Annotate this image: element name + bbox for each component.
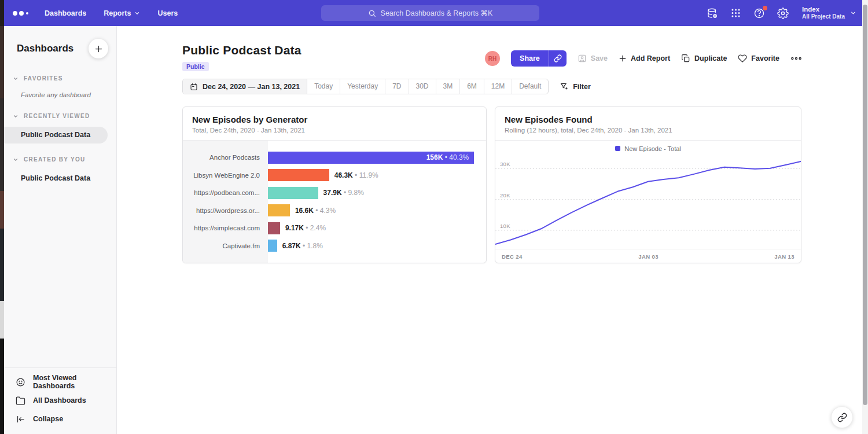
collapse-icon xyxy=(16,414,25,424)
chevron-down-icon xyxy=(134,10,140,16)
bar-segment[interactable] xyxy=(268,169,329,181)
sidebar-item-public-podcast-data[interactable]: Public Podcast Data xyxy=(4,170,116,187)
date-preset-yesterday[interactable]: Yesterday xyxy=(340,79,385,94)
y-tick-label: 10K xyxy=(500,223,510,229)
bar-track: 6.87K • 1.8% xyxy=(268,240,486,252)
most-viewed-dashboards-button[interactable]: Most Viewed Dashboards xyxy=(4,373,116,391)
favorites-empty-note: Favorite any dashboard xyxy=(4,91,116,98)
footer-item-label: Collapse xyxy=(33,415,63,423)
bar-value-label: 37.9K • 9.8% xyxy=(323,189,364,197)
date-preset-6m[interactable]: 6M xyxy=(460,79,484,94)
x-tick-label: JAN 13 xyxy=(774,253,795,260)
share-link-floating-button[interactable] xyxy=(831,406,853,428)
bar-category-label: Anchor Podcasts xyxy=(183,154,268,161)
project-name: Index xyxy=(802,6,845,13)
nav-item-users[interactable]: Users xyxy=(157,9,178,17)
section-created-by-you[interactable]: CREATED BY YOU xyxy=(4,156,116,163)
filter-label: Filter xyxy=(573,83,591,91)
search-input[interactable]: Search Dashboards & Reports ⌘K xyxy=(321,5,539,21)
report-card-new-episodes-found[interactable]: New Episodes Found Rolling (12 hours), t… xyxy=(495,106,801,263)
bar-segment[interactable] xyxy=(268,240,277,252)
heart-icon xyxy=(738,54,747,63)
x-tick-label: JAN 03 xyxy=(638,253,659,260)
bar-row: Captivate.fm6.87K • 1.8% xyxy=(183,237,486,255)
add-report-button[interactable]: Add Report xyxy=(619,54,670,62)
nav-item-reports[interactable]: Reports xyxy=(104,9,140,17)
y-tick-label: 30K xyxy=(500,161,510,167)
page-title: Public Podcast Data xyxy=(182,43,301,57)
bar-row: https://simplecast.com9.17K • 2.4% xyxy=(183,219,486,237)
chart-legend[interactable]: New Episode - Total xyxy=(495,141,801,156)
line-series[interactable] xyxy=(495,161,801,244)
settings-gear-icon[interactable] xyxy=(777,8,789,19)
section-favorites[interactable]: FAVORITES xyxy=(4,75,116,82)
folder-icon xyxy=(16,396,25,406)
nav-item-label: Reports xyxy=(104,9,131,17)
scrollbar-thumb[interactable] xyxy=(863,5,867,405)
chevron-down-icon xyxy=(13,113,19,119)
sidebar: Dashboards FAVORITES Favorite any dashbo… xyxy=(4,26,117,434)
add-dashboard-button[interactable] xyxy=(89,39,108,58)
report-card-new-episodes-by-generator[interactable]: New Episodes by Generator Total, Dec 24t… xyxy=(182,106,487,263)
date-preset-7d[interactable]: 7D xyxy=(385,79,409,94)
save-button[interactable]: Save xyxy=(578,54,608,63)
more-options-button[interactable] xyxy=(790,54,802,62)
link-icon xyxy=(554,54,562,62)
date-preset-3m[interactable]: 3M xyxy=(436,79,461,94)
date-presets: TodayYesterday7D30D3M6M12MDefault xyxy=(307,79,548,94)
apps-grid-icon[interactable] xyxy=(730,8,741,19)
legend-label: New Episode - Total xyxy=(624,145,681,152)
bar-track: 37.9K • 9.8% xyxy=(268,187,486,199)
more-dots-icon xyxy=(790,54,802,62)
mixpanel-logo-icon[interactable] xyxy=(13,11,28,16)
section-label: CREATED BY YOU xyxy=(24,156,86,163)
collapse-sidebar-button[interactable]: Collapse xyxy=(4,410,116,428)
duplicate-button[interactable]: Duplicate xyxy=(681,54,727,63)
date-preset-12m[interactable]: 12M xyxy=(484,79,512,94)
smiley-icon xyxy=(16,377,25,387)
bar-segment[interactable] xyxy=(268,222,280,234)
bar-category-label: Captivate.fm xyxy=(183,242,268,249)
bar-segment[interactable]: 156K • 40.3% xyxy=(268,152,474,164)
bar-track: 16.6K • 4.3% xyxy=(268,204,486,216)
date-preset-30d[interactable]: 30D xyxy=(409,79,436,94)
footer-item-label: Most Viewed Dashboards xyxy=(33,374,116,390)
avatar[interactable]: RH xyxy=(485,51,500,66)
favorite-button[interactable]: Favorite xyxy=(738,54,779,63)
plus-icon xyxy=(619,54,627,62)
sidebar-title: Dashboards xyxy=(17,43,73,54)
nav-item-label: Dashboards xyxy=(45,9,86,17)
card-subtitle: Total, Dec 24th, 2020 - Jan 13th, 2021 xyxy=(192,127,477,134)
line-chart[interactable]: 10K20K30K xyxy=(495,156,801,249)
date-range-picker[interactable]: Dec 24, 2020 — Jan 13, 2021 xyxy=(183,79,307,94)
line-chart-svg xyxy=(495,156,801,249)
y-tick-label: 20K xyxy=(500,192,510,198)
save-label: Save xyxy=(591,54,608,62)
card-title: New Episodes by Generator xyxy=(192,115,477,124)
top-nav: Dashboards Reports Users Search Dashboar… xyxy=(0,0,868,26)
bar-segment[interactable] xyxy=(268,187,318,199)
date-range-label: Dec 24, 2020 — Jan 13, 2021 xyxy=(203,83,300,91)
bar-value-label: 156K • 40.3% xyxy=(426,153,469,161)
nav-item-dashboards[interactable]: Dashboards xyxy=(45,9,86,17)
sidebar-item-public-podcast-data[interactable]: Public Podcast Data xyxy=(4,127,108,144)
bar-segment[interactable] xyxy=(268,204,290,216)
project-selector[interactable]: Index All Project Data xyxy=(802,6,856,20)
filter-button[interactable]: Filter xyxy=(560,82,591,91)
scrollbar-track[interactable] xyxy=(862,0,868,434)
data-management-icon[interactable] xyxy=(707,8,718,19)
all-dashboards-button[interactable]: All Dashboards xyxy=(4,391,116,410)
date-preset-today[interactable]: Today xyxy=(307,79,340,94)
section-recently-viewed[interactable]: RECENTLY VIEWED xyxy=(4,113,116,119)
copy-link-button[interactable] xyxy=(549,50,567,67)
save-icon xyxy=(578,54,587,63)
help-icon[interactable] xyxy=(753,8,765,19)
share-button[interactable]: Share xyxy=(511,50,549,67)
date-preset-default[interactable]: Default xyxy=(512,79,548,94)
x-axis: DEC 24 JAN 03 JAN 13 xyxy=(495,249,801,263)
card-subtitle: Rolling (12 hours), total, Dec 24th, 202… xyxy=(505,127,792,134)
section-label: FAVORITES xyxy=(24,75,63,82)
section-label: RECENTLY VIEWED xyxy=(24,113,90,119)
chevron-down-icon xyxy=(13,157,19,163)
filter-funnel-icon xyxy=(560,82,568,91)
